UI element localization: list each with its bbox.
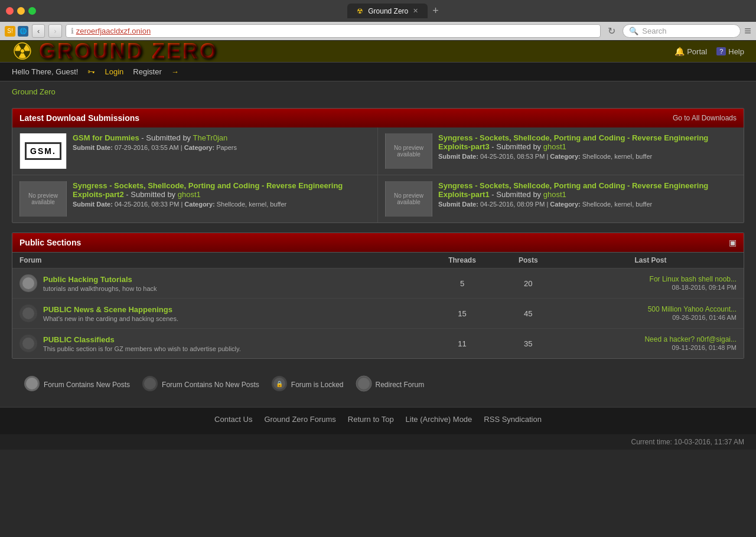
forum-description: This public section is for GZ members wh…: [43, 345, 241, 352]
new-tab-button[interactable]: +: [428, 4, 444, 18]
radiation-icon: ☢: [12, 38, 33, 65]
forum-icon-nonew: [19, 335, 37, 352]
download-thumbnail: GSM.: [19, 133, 67, 169]
forum-description: tutorials and walkthroughs, how to hack: [43, 285, 157, 292]
threads-count: 15: [426, 299, 499, 329]
forum-icon-new: [19, 274, 37, 292]
download-item: No preview available Syngress - Sockets,…: [378, 175, 744, 222]
public-sections-title: Public Sections: [19, 238, 81, 247]
downloads-panel-header: Latest Download Submissions Go to All Do…: [12, 109, 744, 127]
forward-button[interactable]: ›: [48, 24, 61, 38]
go-to-downloads-link[interactable]: Go to All Downloads: [673, 114, 737, 122]
threads-count: 11: [426, 329, 499, 359]
svg-point-9: [144, 378, 156, 389]
close-button[interactable]: [6, 7, 14, 15]
download-item: No preview available Syngress - Sockets,…: [12, 175, 378, 222]
help-link[interactable]: ? Help: [716, 47, 744, 56]
maximize-button[interactable]: [28, 7, 36, 15]
site-footer: Contact Us Ground Zero Forums Return to …: [0, 407, 756, 434]
table-row: Public Hacking Tutorials tutorials and w…: [12, 268, 744, 299]
download-title-link[interactable]: Syngress - Sockets, Shellcode, Porting a…: [438, 133, 708, 151]
address-bar[interactable]: ℹ zeroerfjaacldxzf.onion: [66, 24, 601, 38]
download-author-link[interactable]: ghost1: [543, 190, 566, 199]
forums-link[interactable]: Ground Zero Forums: [264, 415, 335, 424]
svg-point-3: [22, 307, 34, 319]
download-author-link[interactable]: ghost1: [543, 142, 566, 151]
download-title-link[interactable]: GSM for Dummies: [73, 133, 139, 142]
title-bar: ☢ Ground Zero ✕ +: [0, 0, 756, 22]
download-info: Syngress - Sockets, Shellcode, Porting a…: [438, 181, 737, 208]
traffic-lights[interactable]: [6, 7, 36, 15]
site-header: ☢ GROUND ZERO 🔔 Portal ? Help: [0, 41, 756, 62]
main-content: Latest Download Submissions Go to All Do…: [0, 102, 756, 407]
last-post-cell: Need a hacker? n0rf@sigai... 09-11-2016,…: [558, 329, 744, 359]
lite-mode-link[interactable]: Lite (Archive) Mode: [406, 415, 472, 424]
download-info: Syngress - Sockets, Shellcode, Porting a…: [438, 133, 737, 160]
extension-icon-1[interactable]: S!: [5, 26, 15, 37]
extension-icon-2[interactable]: 🌐: [18, 26, 28, 37]
last-post-date: 09-26-2016, 01:46 AM: [672, 314, 737, 321]
logo-area: ☢ GROUND ZERO: [12, 38, 218, 65]
threads-col-header: Threads: [426, 253, 499, 268]
rss-link[interactable]: RSS Syndication: [484, 415, 542, 424]
last-post-link[interactable]: 500 Million Yahoo Account...: [648, 305, 737, 313]
search-placeholder: Search: [642, 27, 666, 35]
last-post-cell: For Linux bash shell noob... 08-18-2016,…: [558, 268, 744, 299]
login-link[interactable]: Login: [105, 67, 123, 76]
legend-label: Redirect Forum: [376, 381, 425, 389]
minimize-button[interactable]: [17, 7, 25, 15]
search-bar[interactable]: 🔍 Search: [623, 24, 741, 38]
breadcrumb-link[interactable]: Ground Zero: [12, 87, 56, 96]
download-title-link[interactable]: Syngress - Sockets, Shellcode, Porting a…: [73, 181, 343, 199]
browser-tab[interactable]: ☢ Ground Zero ✕: [347, 4, 428, 18]
refresh-button[interactable]: ↻: [604, 25, 619, 37]
forum-name-desc: PUBLIC News & Scene Happenings What's ne…: [43, 305, 178, 322]
footer-links: Contact Us Ground Zero Forums Return to …: [12, 415, 744, 424]
downloads-grid: GSM. GSM for Dummies - Submitted by TheT…: [12, 127, 744, 222]
header-links: 🔔 Portal ? Help: [674, 47, 744, 56]
search-icon: 🔍: [629, 27, 638, 35]
greeting-text: Hello There, Guest!: [12, 67, 78, 76]
last-post-link[interactable]: For Linux bash shell noob...: [650, 275, 737, 283]
tab-close-button[interactable]: ✕: [413, 7, 418, 15]
legend-icon-new: [24, 375, 40, 394]
posts-col-header: Posts: [499, 253, 558, 268]
register-text: Register: [133, 67, 161, 76]
contact-us-link[interactable]: Contact Us: [214, 415, 252, 424]
posts-count: 20: [499, 268, 558, 299]
back-button[interactable]: ‹: [32, 24, 45, 38]
register-arrow: →: [171, 67, 179, 76]
forum-col-header: Forum: [12, 253, 426, 268]
last-post-cell: 500 Million Yahoo Account... 09-26-2016,…: [558, 299, 744, 329]
legend-label: Forum is Locked: [291, 381, 344, 389]
download-meta: Submit Date: 04-25-2016, 08:53 PM | Cate…: [438, 153, 737, 160]
svg-point-14: [358, 378, 370, 389]
last-post-link[interactable]: Need a hacker? n0rf@sigai...: [644, 335, 737, 343]
download-meta: Submit Date: 04-25-2016, 08:33 PM | Cate…: [73, 201, 370, 208]
panel-toggle-icon[interactable]: ▣: [729, 238, 737, 247]
secure-icon: ℹ: [71, 27, 74, 35]
url-display[interactable]: zeroerfjaacldxzf.onion: [76, 27, 151, 35]
download-meta: Submit Date: 04-25-2016, 08:09 PM | Cate…: [438, 201, 737, 208]
forum-name-link[interactable]: PUBLIC Classifieds: [43, 335, 115, 344]
svg-point-1: [22, 277, 34, 289]
browser-menu-button[interactable]: ≡: [744, 24, 751, 38]
help-icon: ?: [716, 47, 726, 55]
return-to-top-link[interactable]: Return to Top: [348, 415, 394, 424]
legend-label: Forum Contains New Posts: [44, 381, 130, 389]
legend-icon-locked: 🔒: [271, 375, 288, 394]
download-author-link[interactable]: ghost1: [178, 190, 201, 199]
key-icon: 🗝: [87, 67, 95, 76]
download-item: GSM. GSM for Dummies - Submitted by TheT…: [12, 127, 378, 175]
download-author-link[interactable]: TheTr0jan: [193, 133, 228, 142]
forum-name-link[interactable]: Public Hacking Tutorials: [43, 275, 132, 284]
forum-name-desc: PUBLIC Classifieds This public section i…: [43, 335, 241, 352]
forum-name-link[interactable]: PUBLIC News & Scene Happenings: [43, 305, 172, 314]
portal-link[interactable]: 🔔 Portal: [674, 47, 707, 56]
download-title-link[interactable]: Syngress - Sockets, Shellcode, Porting a…: [438, 181, 708, 199]
download-thumbnail: No preview available: [19, 181, 67, 217]
posts-count: 45: [499, 299, 558, 329]
last-post-date: 09-11-2016, 01:48 PM: [672, 344, 737, 351]
posts-count: 35: [499, 329, 558, 359]
extension-area: S! 🌐: [5, 26, 28, 37]
